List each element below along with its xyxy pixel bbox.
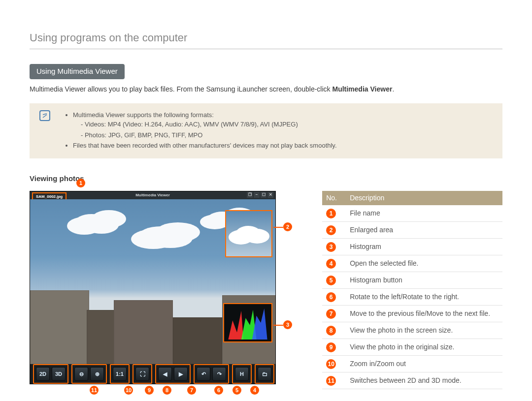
size-1-1-group: 1:1: [110, 364, 130, 384]
row-number-bubble: 1: [326, 209, 336, 218]
intro-tail: .: [392, 85, 394, 93]
mode-group: 2D 3D: [33, 364, 68, 384]
breadcrumb-title: Using programs on the computer: [30, 30, 502, 46]
histogram-panel: [223, 303, 272, 342]
callout-10: 10: [124, 386, 133, 395]
row-description: Enlarged area: [346, 222, 502, 239]
table-row: 11Switches between 2D and 3D mode.: [322, 372, 502, 389]
row-description: View the photo in the original size.: [346, 339, 502, 356]
rotate-right-button[interactable]: ↷: [212, 367, 226, 381]
window-maximize-icon[interactable]: ☐: [261, 192, 266, 198]
row-number-bubble: 7: [326, 309, 336, 319]
th-no: No.: [322, 191, 346, 205]
callout-3: 3: [283, 320, 292, 329]
th-desc: Description: [346, 191, 502, 205]
row-description: Rotate to the left/Rotate to the right.: [346, 289, 502, 306]
divider: [30, 49, 502, 49]
table-row: 10Zoom in/Zoom out: [322, 356, 502, 372]
zoom-out-button[interactable]: ⊖: [74, 367, 88, 381]
histogram-btn-group: H: [232, 364, 252, 384]
callout-line-3: [273, 325, 283, 326]
mode-2d-button[interactable]: 2D: [36, 367, 50, 381]
note-line-1: Multimedia Viewer supports the following…: [73, 110, 496, 140]
window-minimize-icon[interactable]: −: [254, 192, 260, 198]
prev-file-button[interactable]: ◀: [158, 367, 172, 381]
table-row: 4Open the selected file.: [322, 255, 502, 272]
row-description: File name: [346, 205, 502, 222]
table-row: 1File name: [322, 205, 502, 222]
sub-heading: Viewing photos: [30, 173, 502, 185]
description-table: No. Description 1File name2Enlarged area…: [322, 191, 502, 389]
open-file-button[interactable]: 🗀: [258, 367, 271, 381]
next-file-button[interactable]: ▶: [174, 367, 188, 381]
note-list: Multimedia Viewer supports the following…: [64, 110, 496, 151]
table-row: 8View the photo in the screen size.: [322, 322, 502, 339]
callout-8: 8: [163, 386, 171, 395]
row-description: Switches between 2D and 3D mode.: [346, 372, 502, 389]
viewer-toolbar: 2D 3D ⊖ ⊕ 1:1 ⛶ ◀ ▶: [30, 364, 275, 384]
row-number-bubble: 8: [326, 326, 336, 336]
row-number-bubble: 9: [326, 342, 336, 352]
table-row: 6Rotate to the left/Rotate to the right.: [322, 289, 502, 306]
row-number-bubble: 10: [326, 359, 336, 369]
note-line-2: Files that have been recorded with other…: [73, 141, 496, 151]
table-row: 5Histogram button: [322, 272, 502, 289]
callout-line-2: [273, 227, 283, 228]
intro-text: Multimedia Viewer allows you to play bac…: [30, 84, 502, 94]
intro-bold: Multimedia Viewer: [332, 85, 392, 93]
row-number-bubble: 3: [326, 242, 336, 252]
window-close-icon[interactable]: ✕: [267, 192, 273, 198]
screenshot-column: 1 2 3 SAM_0002.jpg Multimedia Viewer ❐ −…: [30, 191, 278, 384]
photo-canvas: [30, 199, 275, 364]
fit-screen-group: ⛶: [133, 364, 152, 384]
svg-marker-0: [228, 311, 243, 339]
histogram-button[interactable]: H: [235, 367, 249, 381]
row-description: Zoom in/Zoom out: [346, 356, 502, 372]
table-row: 9View the photo in the original size.: [322, 339, 502, 356]
rotate-group: ↶ ↷: [194, 364, 229, 384]
table-row: 2Enlarged area: [322, 222, 502, 239]
section-pill: Using Multimedia Viewer: [30, 64, 125, 79]
callout-1: 1: [76, 179, 85, 187]
callout-2: 2: [283, 222, 292, 231]
actual-size-button[interactable]: 1:1: [113, 367, 127, 381]
zoom-in-button[interactable]: ⊕: [90, 367, 104, 381]
row-description: View the photo in the screen size.: [346, 322, 502, 339]
info-note: Multimedia Viewer supports the following…: [30, 103, 502, 158]
table-row: 3Histogram: [322, 239, 502, 255]
row-description: Histogram button: [346, 272, 502, 289]
multimedia-viewer-window: SAM_0002.jpg Multimedia Viewer ❐ − ☐ ✕: [30, 191, 276, 384]
enlarged-area-panel: [225, 210, 272, 257]
table-row: 7Move to the previous file/Move to the n…: [322, 306, 502, 322]
row-number-bubble: 6: [326, 292, 336, 302]
zoom-group: ⊖ ⊕: [71, 364, 107, 384]
window-titlebar: SAM_0002.jpg Multimedia Viewer ❐ − ☐ ✕: [30, 191, 275, 199]
callout-7: 7: [187, 386, 196, 395]
note-line-1b: Photos: JPG, GIF, BMP, PNG, TIFF, MPO: [81, 130, 496, 140]
row-number-bubble: 4: [326, 259, 336, 269]
open-file-group: 🗀: [255, 364, 274, 384]
fit-screen-button[interactable]: ⛶: [135, 367, 149, 381]
row-description: Open the selected file.: [346, 255, 502, 272]
row-description: Histogram: [346, 239, 502, 255]
callout-6: 6: [214, 386, 223, 395]
row-description: Move to the previous file/Move to the ne…: [346, 306, 502, 322]
window-restore-icon[interactable]: ❐: [247, 192, 253, 198]
row-number-bubble: 11: [326, 376, 336, 386]
callout-11: 11: [90, 386, 99, 395]
rotate-left-button[interactable]: ↶: [197, 367, 210, 381]
callout-4: 4: [250, 386, 259, 395]
callout-5: 5: [233, 386, 241, 395]
window-title-text: Multimedia Viewer: [135, 192, 170, 198]
intro-span-1: Multimedia Viewer allows you to play bac…: [30, 85, 332, 93]
note-line-1a: Videos: MP4 (Video: H.264, Audio: AAC), …: [81, 120, 496, 129]
info-icon: [39, 110, 50, 121]
row-number-bubble: 2: [326, 225, 336, 235]
nav-group: ◀ ▶: [155, 364, 191, 384]
mode-3d-button[interactable]: 3D: [52, 367, 66, 381]
description-column: No. Description 1File name2Enlarged area…: [322, 191, 502, 389]
callout-9: 9: [145, 386, 154, 395]
row-number-bubble: 5: [326, 276, 336, 285]
